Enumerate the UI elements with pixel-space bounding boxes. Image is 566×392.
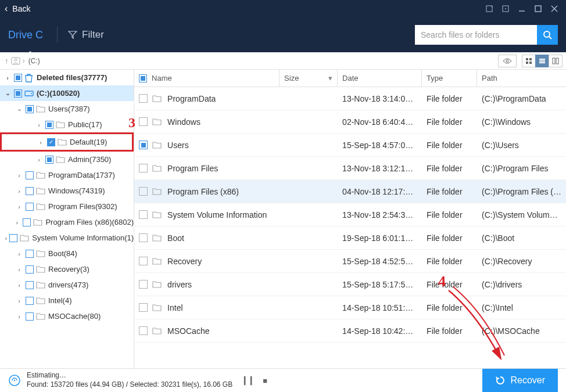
tree-toggle-icon[interactable]: › xyxy=(15,266,23,273)
col-type[interactable]: Type xyxy=(422,70,477,87)
header-checkbox[interactable] xyxy=(139,74,147,82)
tree-item[interactable]: ›Intel(4) xyxy=(0,293,134,308)
table-row[interactable]: System Volume Information13-Nov-18 2:54:… xyxy=(134,203,566,226)
stop-button[interactable]: ■ xyxy=(263,376,267,385)
tree-item[interactable]: ›drivers(473) xyxy=(0,277,134,293)
tree-checkbox[interactable] xyxy=(26,250,34,258)
view-grid-icon[interactable] xyxy=(522,55,536,67)
restore-down-icon[interactable] xyxy=(499,2,513,16)
tree-item[interactable]: ›Public(17) xyxy=(0,117,134,132)
back-button[interactable]: Back xyxy=(12,4,30,13)
tree-checkbox[interactable] xyxy=(26,312,34,321)
tree-checkbox[interactable] xyxy=(23,218,31,226)
col-size[interactable]: Size▾ xyxy=(280,70,338,87)
tree-item[interactable]: ›Program Files (x86)(6802) xyxy=(0,214,134,230)
tree-item[interactable]: ›Deleted files(37777) xyxy=(0,70,134,85)
table-row[interactable]: Intel14-Sep-18 10:51:29…File folder(C:)\… xyxy=(134,296,566,319)
table-row[interactable]: MSOCache14-Sep-18 10:42:25…File folder(C… xyxy=(134,319,566,343)
tree-item[interactable]: ›Boot(84) xyxy=(0,246,134,261)
row-checkbox[interactable] xyxy=(139,164,148,172)
table-row[interactable]: drivers15-Sep-18 5:17:54 …File folder(C:… xyxy=(134,273,566,296)
filter-button[interactable]: Filter xyxy=(82,29,104,41)
row-checkbox[interactable] xyxy=(139,210,148,219)
tree-checkbox[interactable] xyxy=(45,156,53,164)
tree-item[interactable]: ›Windows(74319) xyxy=(0,183,134,199)
tree-toggle-icon[interactable]: › xyxy=(35,121,43,128)
tree-item[interactable]: ›MSOCache(80) xyxy=(0,308,134,324)
tree-item[interactable]: ›ProgramData(1737) xyxy=(0,167,134,183)
tree-item[interactable]: ›Recovery(3) xyxy=(0,261,134,277)
table-row[interactable]: Program Files13-Nov-18 3:12:17 …File fol… xyxy=(134,157,566,180)
tree-toggle-icon[interactable]: › xyxy=(15,172,23,179)
view-detail-icon[interactable] xyxy=(549,55,563,67)
tree-checkbox[interactable] xyxy=(26,171,34,179)
row-checkbox[interactable] xyxy=(139,257,148,265)
tree-toggle-icon[interactable]: › xyxy=(35,156,43,163)
table-row[interactable]: ProgramData13-Nov-18 3:14:00 …File folde… xyxy=(134,87,566,110)
recover-button[interactable]: Recover xyxy=(482,369,558,392)
row-checkbox[interactable] xyxy=(139,280,148,289)
close-icon[interactable] xyxy=(547,2,561,16)
tree-item[interactable]: ⌄(C:)(100520) xyxy=(0,85,134,101)
preview-button[interactable] xyxy=(498,55,517,67)
row-checkbox[interactable] xyxy=(139,117,148,126)
back-caret-icon[interactable]: ‹ xyxy=(5,3,8,14)
pin-icon[interactable] xyxy=(482,2,496,16)
tree-item[interactable]: ⌄Users(7387) xyxy=(0,101,134,117)
tree-checkbox[interactable] xyxy=(26,105,34,113)
filter-icon[interactable] xyxy=(68,30,77,39)
tree-checkbox[interactable] xyxy=(14,89,22,98)
tree-item[interactable]: ›Default(19) xyxy=(2,134,132,150)
tree-checkbox[interactable] xyxy=(26,203,34,211)
tree-checkbox[interactable] xyxy=(14,74,22,82)
tree-toggle-icon[interactable]: › xyxy=(13,219,20,226)
tree-checkbox[interactable] xyxy=(26,281,34,289)
row-checkbox[interactable] xyxy=(139,326,148,335)
tree-toggle-icon[interactable]: › xyxy=(3,74,12,81)
col-date[interactable]: Date xyxy=(338,70,422,87)
table-row[interactable]: Recovery15-Sep-18 4:52:58 …File folder(C… xyxy=(134,250,566,273)
table-row[interactable]: Program Files (x86)04-Nov-18 12:17:48…Fi… xyxy=(134,180,566,203)
tree-checkbox[interactable] xyxy=(45,121,53,129)
table-row[interactable]: Users15-Sep-18 4:57:06 …File folder(C:)\… xyxy=(134,134,566,157)
nav-user-icon[interactable] xyxy=(11,57,20,65)
tree-item[interactable]: ›System Volume Information(1) xyxy=(0,230,134,246)
row-checkbox[interactable] xyxy=(139,187,148,196)
row-checkbox[interactable] xyxy=(139,94,148,103)
tree-checkbox[interactable] xyxy=(9,234,17,242)
tree-checkbox[interactable] xyxy=(47,138,55,146)
sidebar[interactable]: ›Deleted files(37777)⌄(C:)(100520)⌄Users… xyxy=(0,70,134,368)
tree-toggle-icon[interactable]: › xyxy=(15,203,23,210)
tree-toggle-icon[interactable]: › xyxy=(15,313,23,320)
tree-toggle-icon[interactable]: › xyxy=(15,297,23,304)
col-path[interactable]: Path xyxy=(477,70,566,87)
file-rows[interactable]: ProgramData13-Nov-18 3:14:00 …File folde… xyxy=(134,87,566,368)
tree-checkbox[interactable] xyxy=(26,297,34,305)
tree-toggle-icon[interactable]: › xyxy=(15,282,23,289)
tree-toggle-icon[interactable]: › xyxy=(5,235,8,242)
search-button[interactable] xyxy=(537,25,558,45)
tree-item[interactable]: ›Program Files(9302) xyxy=(0,199,134,214)
minimize-icon[interactable] xyxy=(515,2,529,16)
tree-toggle-icon[interactable]: › xyxy=(15,250,23,257)
row-checkbox[interactable] xyxy=(139,303,148,312)
col-name[interactable]: Name xyxy=(134,70,280,87)
search-input[interactable] xyxy=(415,25,537,45)
tree-checkbox[interactable] xyxy=(26,187,34,195)
tree-item[interactable]: ›Admin(7350) xyxy=(0,152,134,167)
tree-checkbox[interactable] xyxy=(26,265,34,274)
maximize-icon[interactable] xyxy=(531,2,545,16)
tree-toggle-icon[interactable]: ⌄ xyxy=(15,105,23,113)
nav-up-icon[interactable]: ↑ xyxy=(5,56,9,65)
row-checkbox[interactable] xyxy=(139,233,148,242)
breadcrumb[interactable]: (C:) xyxy=(28,57,40,65)
col-name-label: Name xyxy=(152,74,172,82)
table-row[interactable]: Windows02-Nov-18 6:40:47 …File folder(C:… xyxy=(134,110,566,134)
tree-toggle-icon[interactable]: › xyxy=(37,139,45,146)
view-list-icon[interactable] xyxy=(535,55,549,67)
row-checkbox[interactable] xyxy=(139,141,148,149)
pause-button[interactable]: ▎▎ xyxy=(244,376,257,385)
tree-toggle-icon[interactable]: ⌄ xyxy=(3,89,12,97)
tree-toggle-icon[interactable]: › xyxy=(15,188,23,195)
table-row[interactable]: Boot19-Sep-18 6:01:17 …File folder(C:)\B… xyxy=(134,226,566,250)
